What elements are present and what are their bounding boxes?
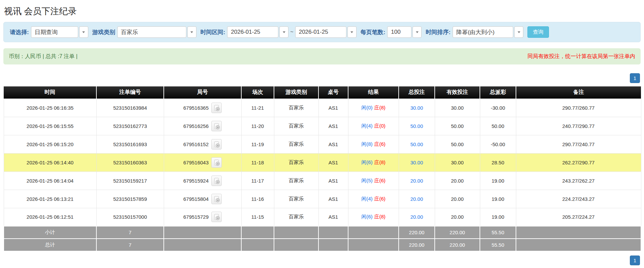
empty-cell (516, 226, 641, 239)
subtotal-count: 7 (96, 226, 164, 239)
query-type-caret-button[interactable] (79, 26, 88, 38)
page-size-select[interactable]: 100 (387, 26, 411, 38)
table-row: 2026-01-25 06:14:04 523150159217 6795159… (4, 171, 641, 190)
subtotal-label: 小计 (4, 226, 96, 239)
table-no-cell: AS1 (318, 135, 348, 153)
date-from-caret-button[interactable] (279, 26, 288, 38)
table-no-cell: AS1 (318, 171, 348, 190)
empty-cell (164, 239, 241, 251)
date-to-select[interactable]: 2026-01-25 (295, 26, 346, 38)
player-result: 闲(6) (361, 159, 372, 165)
time-range-label: 时间区间: (201, 28, 225, 36)
date-to-value: 2026-01-25 (299, 29, 328, 35)
remark-cell: 290.77/260.77 (516, 99, 641, 117)
session-cell: 11-17 (241, 171, 274, 190)
query-type-label: 请选择: (10, 28, 29, 36)
total-bet-link[interactable]: 50.00 (410, 141, 423, 147)
video-replay-button[interactable] (211, 157, 222, 168)
video-replay-button[interactable] (211, 103, 222, 113)
valid-bet-cell: 50.00 (435, 135, 480, 153)
player-result: 闲(8) (361, 141, 372, 147)
video-replay-button[interactable] (211, 139, 222, 150)
remark-cell: 240.77/290.77 (516, 117, 641, 135)
time-cell: 2026-01-25 06:12:51 (4, 208, 96, 226)
total-bet-link[interactable]: 30.00 (410, 105, 423, 111)
banker-result: 庄(8) (374, 159, 386, 165)
chevron-down-icon (350, 31, 353, 33)
table-no-cell: AS1 (318, 190, 348, 208)
result-cell: 闲(0)庄(8) (348, 99, 399, 117)
round-cell: 679515804 (164, 190, 241, 208)
game-type-cell: 百家乐 (274, 153, 318, 171)
banker-result: 庄(6) (374, 178, 386, 183)
total-bet-link[interactable]: 20.00 (410, 178, 423, 184)
table-row: 2026-01-25 06:15:20 523150161693 6795161… (4, 135, 641, 153)
total-count: 7 (96, 239, 164, 251)
total-bet-link[interactable]: 20.00 (410, 196, 423, 202)
query-type-select[interactable]: 日期查询 (31, 26, 78, 38)
date-to-caret-button[interactable] (347, 26, 357, 38)
empty-cell (241, 239, 274, 251)
empty-cell (318, 239, 348, 251)
video-file-icon (214, 178, 219, 184)
video-replay-button[interactable] (211, 176, 222, 186)
game-type-cell: 百家乐 (274, 171, 318, 190)
session-cell: 11-15 (241, 208, 274, 226)
total-bet-cell: 20.00 (399, 208, 435, 226)
video-replay-button[interactable] (211, 194, 222, 204)
time-cell: 2026-01-25 06:13:21 (4, 190, 96, 208)
remark-cell: 243.27/262.27 (516, 171, 641, 190)
empty-cell (241, 226, 274, 239)
date-from-select[interactable]: 2026-01-25 (227, 26, 278, 38)
header-time: 时间 (4, 86, 96, 99)
table-row: 2026-01-25 06:13:21 523150157859 6795158… (4, 190, 641, 208)
banker-result: 庄(6) (374, 141, 386, 147)
table-no-cell: AS1 (318, 153, 348, 171)
table-no-cell: AS1 (318, 208, 348, 226)
header-total-bet: 总投注 (399, 86, 435, 99)
header-table-no: 桌号 (318, 86, 348, 99)
player-result: 闲(4) (361, 123, 372, 129)
total-bet-link[interactable]: 30.00 (410, 160, 423, 165)
table-no-cell: AS1 (318, 99, 348, 117)
payout-cell: 19.00 (480, 190, 516, 208)
page-size-caret-button[interactable] (412, 26, 422, 38)
page-number-button[interactable]: 1 (630, 256, 640, 265)
result-cell: 闲(6)庄(8) (348, 208, 399, 226)
game-type-cell: 百家乐 (274, 117, 318, 135)
game-type-cell: 百家乐 (274, 135, 318, 153)
result-cell: 闲(5)庄(6) (348, 171, 399, 190)
video-file-icon (214, 214, 219, 220)
empty-cell (274, 226, 318, 239)
valid-bet-cell: 20.00 (435, 171, 480, 190)
header-game-type: 游戏类别 (274, 86, 318, 99)
player-result: 闲(5) (361, 178, 372, 183)
video-file-icon (214, 141, 219, 147)
video-replay-button[interactable] (211, 212, 222, 222)
time-cell: 2026-01-25 06:15:55 (4, 117, 96, 135)
payout-cell: 28.50 (480, 153, 516, 171)
game-type-select[interactable]: 百家乐 (117, 26, 186, 38)
game-type-caret-button[interactable] (187, 26, 196, 38)
chevron-down-icon (518, 31, 520, 33)
table-no-cell: AS1 (318, 117, 348, 135)
valid-bet-cell: 20.00 (435, 208, 480, 226)
page-number-button[interactable]: 1 (630, 73, 640, 83)
table-row: 2026-01-25 06:15:55 523150162773 6795162… (4, 117, 641, 135)
video-replay-button[interactable] (211, 121, 222, 131)
time-sort-select[interactable]: 降幂(由大到小) (453, 26, 513, 38)
valid-bet-cell: 50.00 (435, 117, 480, 135)
subtotal-total-bet: 220.00 (399, 226, 435, 239)
search-button[interactable]: 查询 (527, 26, 549, 38)
time-sort-caret-button[interactable] (514, 26, 523, 38)
result-cell: 闲(6)庄(8) (348, 153, 399, 171)
total-bet-link[interactable]: 50.00 (410, 123, 423, 129)
total-bet-link[interactable]: 20.00 (410, 214, 423, 220)
round-cell: 679516256 (164, 117, 241, 135)
banker-result: 庄(6) (374, 196, 386, 202)
remark-cell: 205.27/224.27 (516, 208, 641, 226)
game-type-label: 游戏类别 (92, 28, 115, 36)
bet-id-cell: 523150157859 (96, 190, 164, 208)
table-row: 2026-01-25 06:16:35 523150163984 6795163… (4, 99, 641, 117)
subtotal-valid-bet: 220.00 (435, 226, 480, 239)
